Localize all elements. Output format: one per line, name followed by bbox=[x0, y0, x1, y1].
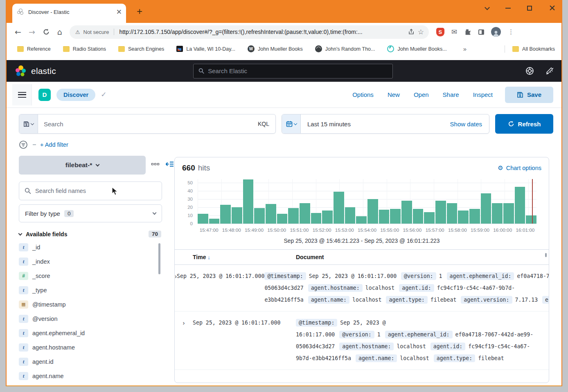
histogram-bar[interactable] bbox=[254, 208, 265, 224]
histogram-bar[interactable] bbox=[413, 209, 424, 224]
histogram-bar[interactable] bbox=[243, 179, 254, 224]
index-pattern-selector[interactable]: filebeat-* bbox=[19, 156, 146, 175]
histogram-bar[interactable] bbox=[447, 203, 458, 224]
global-search-input[interactable] bbox=[208, 67, 388, 74]
menu-item-new[interactable]: New bbox=[388, 91, 400, 98]
bookmark-star-icon[interactable]: ☆ bbox=[418, 28, 424, 36]
collapse-sidebar-icon[interactable] bbox=[166, 161, 174, 168]
histogram-bar[interactable] bbox=[198, 214, 208, 224]
histogram-bar[interactable] bbox=[503, 203, 514, 224]
histogram-bar[interactable] bbox=[469, 209, 480, 224]
tab-search-icon[interactable] bbox=[485, 5, 490, 10]
histogram-bar[interactable] bbox=[481, 193, 491, 224]
field-item[interactable]: tagent.id bbox=[19, 354, 162, 369]
field-item[interactable]: t_id bbox=[19, 240, 162, 254]
field-options-icon[interactable] bbox=[151, 163, 159, 165]
field-item[interactable]: tagent.name bbox=[19, 369, 162, 383]
time-range-value[interactable]: Last 15 minutes bbox=[301, 121, 450, 128]
nav-menu-button[interactable] bbox=[12, 84, 32, 105]
histogram-bar[interactable] bbox=[300, 203, 310, 224]
bookmarks-overflow-icon[interactable]: » bbox=[463, 45, 467, 52]
doc-field-pill[interactable]: agent.name: bbox=[308, 296, 349, 304]
reload-icon[interactable] bbox=[43, 28, 50, 36]
bookmark-item[interactable]: WJohn Mueller Books bbox=[248, 45, 303, 52]
histogram-bar[interactable] bbox=[288, 208, 299, 224]
table-scrollbar[interactable] bbox=[545, 253, 547, 257]
histogram-bar[interactable] bbox=[458, 211, 469, 224]
space-badge[interactable]: D bbox=[38, 89, 51, 101]
doc-field-pill[interactable]: ecs.version: bbox=[542, 296, 549, 304]
bookmark-item[interactable]: John's Random Tho... bbox=[315, 45, 375, 52]
field-item[interactable]: tagent.hostname bbox=[19, 340, 162, 354]
newsfeed-icon[interactable] bbox=[545, 67, 554, 75]
address-bar[interactable]: ⚠ Not secure http://172.105.7.150/app/di… bbox=[70, 25, 429, 39]
histogram-bar[interactable] bbox=[311, 213, 322, 224]
histogram-bar[interactable] bbox=[401, 201, 412, 224]
histogram-bar[interactable] bbox=[232, 207, 242, 224]
available-fields-header[interactable]: Available fields 70 bbox=[19, 231, 162, 237]
histogram-bar[interactable] bbox=[379, 210, 390, 224]
bookmark-item[interactable]: Reference bbox=[17, 46, 51, 52]
menu-item-open[interactable]: Open bbox=[414, 91, 429, 98]
field-item[interactable]: t_index bbox=[19, 254, 162, 269]
field-search-box[interactable] bbox=[19, 181, 162, 200]
extensions-puzzle-icon[interactable] bbox=[464, 28, 471, 36]
breadcrumb[interactable]: Discover bbox=[56, 89, 95, 101]
side-panel-icon[interactable] bbox=[478, 29, 484, 35]
field-item[interactable]: t@version bbox=[19, 311, 162, 326]
doc-field-pill[interactable]: agent.hostname: bbox=[308, 284, 363, 292]
doc-field-pill[interactable]: @timestamp: bbox=[264, 272, 306, 280]
bookmark-item[interactable]: Search Engines bbox=[118, 46, 164, 52]
doc-field-pill[interactable]: agent.ephemeral_id: bbox=[447, 272, 514, 280]
histogram-bar[interactable] bbox=[266, 204, 276, 224]
doc-field-pill[interactable]: @version: bbox=[339, 331, 374, 338]
time-column-header[interactable]: Time ↓ bbox=[193, 254, 296, 260]
chart-options-button[interactable]: ⚙ Chart options bbox=[498, 164, 541, 172]
field-item[interactable]: tagent.ephemeral_id bbox=[19, 326, 162, 340]
global-search[interactable] bbox=[193, 64, 393, 78]
histogram-bar[interactable] bbox=[345, 207, 356, 224]
field-item[interactable]: t_type bbox=[19, 283, 162, 297]
histogram-bar[interactable] bbox=[334, 192, 344, 224]
doc-field-pill[interactable]: @version: bbox=[401, 272, 436, 280]
doc-field-pill[interactable]: agent.ephemeral_id: bbox=[385, 331, 453, 338]
saved-query-menu-button[interactable] bbox=[19, 114, 38, 133]
refresh-button[interactable]: Refresh bbox=[495, 114, 553, 134]
time-picker[interactable]: Last 15 minutes Show dates bbox=[282, 114, 489, 134]
table-row[interactable]: ›Sep 25, 2023 @ 16:01:17.000@timestamp:S… bbox=[175, 311, 549, 370]
bookmark-item[interactable]: Radio Stations bbox=[63, 46, 106, 52]
maximize-icon[interactable] bbox=[527, 6, 532, 11]
menu-item-share[interactable]: Share bbox=[443, 91, 459, 98]
minimize-icon[interactable] bbox=[505, 8, 511, 9]
doc-field-pill[interactable]: agent.version: bbox=[461, 296, 512, 304]
doc-field-pill[interactable]: agent.hostname: bbox=[339, 343, 394, 350]
query-language-button[interactable]: KQL bbox=[252, 121, 275, 127]
doc-field-pill[interactable]: agent.type: bbox=[434, 354, 475, 362]
histogram-bar[interactable] bbox=[367, 199, 378, 224]
browser-tab[interactable]: Discover - Elastic ✕ bbox=[12, 4, 126, 23]
field-item[interactable]: #_score bbox=[19, 269, 162, 283]
histogram-bar[interactable] bbox=[515, 187, 525, 224]
elastic-brand[interactable]: elastic bbox=[15, 65, 56, 77]
doc-field-pill[interactable]: agent.name: bbox=[356, 354, 397, 362]
help-life-ring-icon[interactable] bbox=[525, 67, 534, 75]
back-icon[interactable]: ← bbox=[15, 27, 21, 36]
save-button[interactable]: Save bbox=[505, 87, 553, 103]
share-icon[interactable] bbox=[408, 29, 415, 35]
expand-row-icon[interactable]: › bbox=[175, 317, 193, 329]
filter-menu-icon[interactable] bbox=[19, 140, 28, 149]
url-text[interactable]: http://172.105.7.150/app/discover#/?_g=(… bbox=[119, 29, 404, 35]
histogram-bar[interactable] bbox=[390, 209, 401, 224]
histogram-bar[interactable] bbox=[277, 214, 288, 224]
menu-item-inspect[interactable]: Inspect bbox=[473, 91, 493, 98]
histogram-bar[interactable] bbox=[492, 203, 503, 224]
doc-field-pill[interactable]: agent.id: bbox=[399, 284, 434, 292]
sidebar-scrollbar[interactable] bbox=[158, 243, 160, 274]
bookmark-item[interactable]: John Mueller Books... bbox=[387, 45, 446, 52]
doc-field-pill[interactable]: agent.type: bbox=[386, 296, 427, 304]
tab-close-icon[interactable]: ✕ bbox=[116, 9, 122, 16]
filter-by-type-dropdown[interactable]: Filter by type 0 bbox=[19, 204, 162, 222]
doc-field-pill[interactable]: agent.id: bbox=[431, 343, 465, 350]
home-icon[interactable]: ⌂ bbox=[57, 27, 62, 36]
profile-avatar[interactable] bbox=[491, 27, 501, 37]
